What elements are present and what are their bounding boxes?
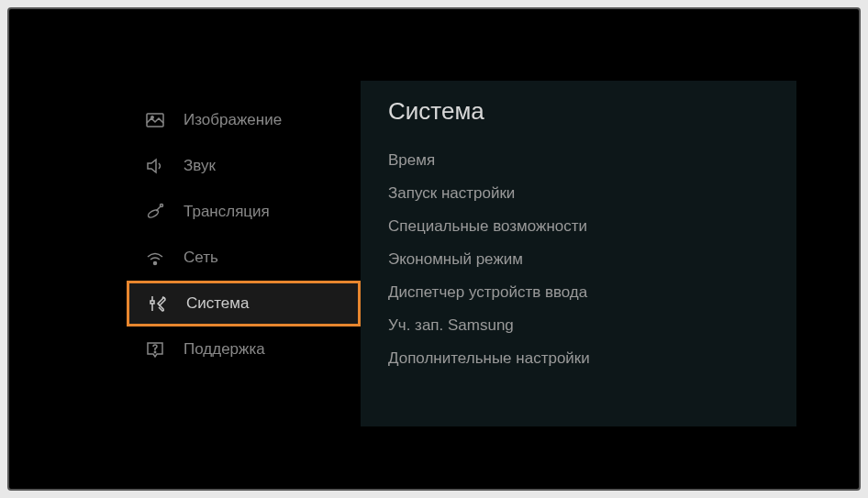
sidebar-item-label: Трансляция — [184, 203, 270, 221]
sidebar-item-label: Изображение — [184, 111, 282, 129]
sidebar-item-label: Звук — [184, 157, 216, 175]
content-item-eco[interactable]: Экономный режим — [388, 243, 769, 276]
content-item-time[interactable]: Время — [388, 144, 769, 177]
content-item-samsung-account[interactable]: Уч. зап. Samsung — [388, 309, 769, 342]
sidebar-item-system[interactable]: Система — [127, 281, 361, 326]
content-panel: Система Время Запуск настройки Специальн… — [361, 81, 796, 426]
sidebar-item-picture[interactable]: Изображение — [127, 97, 361, 143]
satellite-icon — [143, 200, 167, 224]
network-icon — [143, 246, 167, 270]
sidebar-item-sound[interactable]: Звук — [127, 143, 361, 189]
svg-point-4 — [154, 262, 157, 265]
content-item-accessibility[interactable]: Специальные возможности — [388, 210, 769, 243]
sidebar-item-support[interactable]: Поддержка — [127, 326, 361, 372]
sound-icon — [143, 154, 167, 178]
content-item-device-manager[interactable]: Диспетчер устройств ввода — [388, 276, 769, 309]
content-item-setup[interactable]: Запуск настройки — [388, 177, 769, 210]
sidebar-item-broadcast[interactable]: Трансляция — [127, 189, 361, 235]
sidebar-item-network[interactable]: Сеть — [127, 235, 361, 281]
content-title: Система — [388, 97, 769, 126]
sidebar-item-label: Сеть — [184, 249, 218, 267]
svg-point-5 — [154, 351, 155, 352]
svg-point-1 — [151, 116, 153, 118]
tools-icon — [146, 292, 170, 315]
sidebar-item-label: Поддержка — [184, 340, 265, 359]
settings-sidebar: Изображение Звук Трансляция — [127, 81, 361, 426]
tv-screen: Изображение Звук Трансляция — [17, 17, 851, 481]
sidebar-item-label: Система — [186, 294, 249, 313]
tv-frame: Изображение Звук Трансляция — [7, 7, 861, 491]
picture-icon — [143, 108, 167, 132]
support-icon — [143, 338, 167, 361]
content-item-advanced[interactable]: Дополнительные настройки — [388, 342, 769, 375]
svg-point-3 — [161, 205, 163, 207]
settings-menu: Изображение Звук Трансляция — [127, 81, 796, 426]
